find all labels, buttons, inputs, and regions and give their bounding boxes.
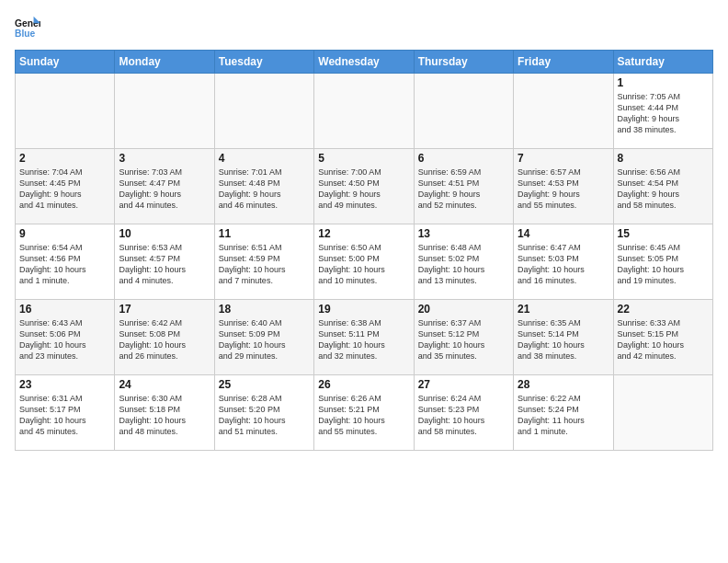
week-row-1: 1Sunrise: 7:05 AM Sunset: 4:44 PM Daylig…: [16, 74, 713, 149]
day-number: 27: [418, 378, 509, 391]
weekday-friday: Friday: [514, 51, 613, 74]
day-cell: 14Sunrise: 6:47 AM Sunset: 5:03 PM Dayli…: [514, 224, 613, 300]
day-cell: [214, 74, 313, 149]
day-number: 24: [119, 378, 210, 391]
day-cell: [115, 74, 214, 149]
day-cell: 28Sunrise: 6:22 AM Sunset: 5:24 PM Dayli…: [514, 375, 613, 451]
weekday-wednesday: Wednesday: [314, 51, 414, 74]
day-number: 25: [219, 378, 310, 391]
week-row-5: 23Sunrise: 6:31 AM Sunset: 5:17 PM Dayli…: [16, 375, 713, 451]
day-number: 13: [418, 227, 509, 240]
day-cell: 21Sunrise: 6:35 AM Sunset: 5:14 PM Dayli…: [514, 300, 613, 375]
day-cell: 2Sunrise: 7:04 AM Sunset: 4:45 PM Daylig…: [16, 149, 115, 224]
day-number: 10: [119, 227, 210, 240]
day-cell: [314, 74, 414, 149]
day-number: 17: [119, 303, 210, 316]
day-number: 7: [518, 152, 609, 165]
day-info: Sunrise: 6:31 AM Sunset: 5:17 PM Dayligh…: [19, 393, 110, 438]
day-info: Sunrise: 7:01 AM Sunset: 4:48 PM Dayligh…: [219, 167, 310, 212]
day-number: 8: [618, 152, 709, 165]
day-info: Sunrise: 6:40 AM Sunset: 5:09 PM Dayligh…: [219, 317, 310, 362]
day-number: 12: [318, 227, 409, 240]
day-cell: 19Sunrise: 6:38 AM Sunset: 5:11 PM Dayli…: [314, 300, 414, 375]
logo: General Blue: [15, 15, 42, 40]
day-cell: [16, 74, 115, 149]
weekday-thursday: Thursday: [414, 51, 513, 74]
day-cell: 25Sunrise: 6:28 AM Sunset: 5:20 PM Dayli…: [214, 375, 313, 451]
weekday-header-row: SundayMondayTuesdayWednesdayThursdayFrid…: [16, 51, 713, 74]
day-number: 19: [318, 303, 409, 316]
day-number: 6: [418, 152, 509, 165]
day-cell: 26Sunrise: 6:26 AM Sunset: 5:21 PM Dayli…: [314, 375, 414, 451]
day-info: Sunrise: 6:53 AM Sunset: 4:57 PM Dayligh…: [119, 242, 210, 287]
day-cell: [514, 74, 613, 149]
day-info: Sunrise: 6:26 AM Sunset: 5:21 PM Dayligh…: [318, 393, 409, 438]
day-cell: 8Sunrise: 6:56 AM Sunset: 4:54 PM Daylig…: [613, 149, 712, 224]
day-cell: 15Sunrise: 6:45 AM Sunset: 5:05 PM Dayli…: [613, 224, 712, 300]
day-info: Sunrise: 6:33 AM Sunset: 5:15 PM Dayligh…: [618, 317, 709, 362]
day-number: 9: [19, 227, 110, 240]
day-info: Sunrise: 6:54 AM Sunset: 4:56 PM Dayligh…: [19, 242, 110, 287]
day-info: Sunrise: 6:30 AM Sunset: 5:18 PM Dayligh…: [119, 393, 210, 438]
week-row-2: 2Sunrise: 7:04 AM Sunset: 4:45 PM Daylig…: [16, 149, 713, 224]
day-info: Sunrise: 6:35 AM Sunset: 5:14 PM Dayligh…: [518, 317, 609, 362]
day-number: 2: [19, 152, 110, 165]
day-cell: 6Sunrise: 6:59 AM Sunset: 4:51 PM Daylig…: [414, 149, 513, 224]
day-number: 23: [19, 378, 110, 391]
day-cell: [414, 74, 513, 149]
day-number: 18: [219, 303, 310, 316]
day-number: 3: [119, 152, 210, 165]
day-number: 22: [618, 303, 709, 316]
day-cell: 1Sunrise: 7:05 AM Sunset: 4:44 PM Daylig…: [613, 74, 712, 149]
day-info: Sunrise: 6:56 AM Sunset: 4:54 PM Dayligh…: [618, 167, 709, 212]
day-number: 5: [318, 152, 409, 165]
day-number: 20: [418, 303, 509, 316]
day-cell: 18Sunrise: 6:40 AM Sunset: 5:09 PM Dayli…: [214, 300, 313, 375]
day-info: Sunrise: 6:24 AM Sunset: 5:23 PM Dayligh…: [418, 393, 509, 438]
day-info: Sunrise: 6:59 AM Sunset: 4:51 PM Dayligh…: [418, 167, 509, 212]
day-cell: 24Sunrise: 6:30 AM Sunset: 5:18 PM Dayli…: [115, 375, 214, 451]
day-cell: 20Sunrise: 6:37 AM Sunset: 5:12 PM Dayli…: [414, 300, 513, 375]
calendar-table: SundayMondayTuesdayWednesdayThursdayFrid…: [15, 50, 713, 451]
header: General Blue: [15, 15, 713, 40]
day-cell: 12Sunrise: 6:50 AM Sunset: 5:00 PM Dayli…: [314, 224, 414, 300]
day-number: 15: [618, 227, 709, 240]
day-cell: 10Sunrise: 6:53 AM Sunset: 4:57 PM Dayli…: [115, 224, 214, 300]
day-cell: 23Sunrise: 6:31 AM Sunset: 5:17 PM Dayli…: [16, 375, 115, 451]
day-cell: 17Sunrise: 6:42 AM Sunset: 5:08 PM Dayli…: [115, 300, 214, 375]
day-cell: 5Sunrise: 7:00 AM Sunset: 4:50 PM Daylig…: [314, 149, 414, 224]
day-cell: [613, 375, 712, 451]
day-number: 21: [518, 303, 609, 316]
day-info: Sunrise: 7:04 AM Sunset: 4:45 PM Dayligh…: [19, 167, 110, 212]
week-row-4: 16Sunrise: 6:43 AM Sunset: 5:06 PM Dayli…: [16, 300, 713, 375]
day-cell: 22Sunrise: 6:33 AM Sunset: 5:15 PM Dayli…: [613, 300, 712, 375]
day-info: Sunrise: 6:43 AM Sunset: 5:06 PM Dayligh…: [19, 317, 110, 362]
day-number: 28: [518, 378, 609, 391]
day-info: Sunrise: 6:57 AM Sunset: 4:53 PM Dayligh…: [518, 167, 609, 212]
day-info: Sunrise: 6:42 AM Sunset: 5:08 PM Dayligh…: [119, 317, 210, 362]
day-number: 16: [19, 303, 110, 316]
page: General Blue SundayMondayTuesdayWednesda…: [0, 0, 728, 458]
day-info: Sunrise: 6:51 AM Sunset: 4:59 PM Dayligh…: [219, 242, 310, 287]
day-cell: 3Sunrise: 7:03 AM Sunset: 4:47 PM Daylig…: [115, 149, 214, 224]
day-cell: 27Sunrise: 6:24 AM Sunset: 5:23 PM Dayli…: [414, 375, 513, 451]
day-info: Sunrise: 6:48 AM Sunset: 5:02 PM Dayligh…: [418, 242, 509, 287]
day-info: Sunrise: 7:00 AM Sunset: 4:50 PM Dayligh…: [318, 167, 409, 212]
day-cell: 11Sunrise: 6:51 AM Sunset: 4:59 PM Dayli…: [214, 224, 313, 300]
weekday-sunday: Sunday: [16, 51, 115, 74]
day-cell: 4Sunrise: 7:01 AM Sunset: 4:48 PM Daylig…: [214, 149, 313, 224]
day-number: 26: [318, 378, 409, 391]
day-info: Sunrise: 7:03 AM Sunset: 4:47 PM Dayligh…: [119, 167, 210, 212]
day-number: 14: [518, 227, 609, 240]
day-info: Sunrise: 6:38 AM Sunset: 5:11 PM Dayligh…: [318, 317, 409, 362]
day-info: Sunrise: 7:05 AM Sunset: 4:44 PM Dayligh…: [618, 91, 709, 136]
day-info: Sunrise: 6:47 AM Sunset: 5:03 PM Dayligh…: [518, 242, 609, 287]
day-info: Sunrise: 6:50 AM Sunset: 5:00 PM Dayligh…: [318, 242, 409, 287]
day-cell: 9Sunrise: 6:54 AM Sunset: 4:56 PM Daylig…: [16, 224, 115, 300]
weekday-tuesday: Tuesday: [214, 51, 313, 74]
day-number: 11: [219, 227, 310, 240]
svg-text:Blue: Blue: [15, 29, 36, 39]
week-row-3: 9Sunrise: 6:54 AM Sunset: 4:56 PM Daylig…: [16, 224, 713, 300]
day-info: Sunrise: 6:22 AM Sunset: 5:24 PM Dayligh…: [518, 393, 609, 438]
logo-icon: General Blue: [15, 15, 40, 40]
